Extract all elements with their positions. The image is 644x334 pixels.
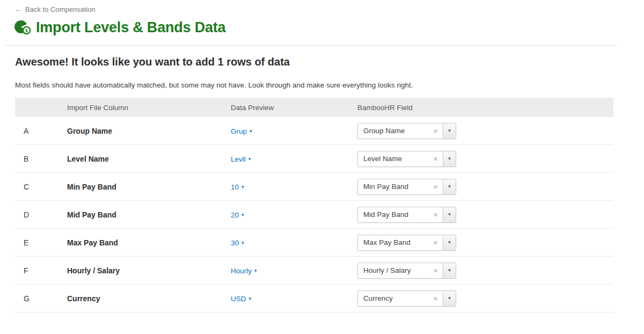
clear-selection-icon[interactable]: × [428, 294, 443, 302]
row-letter: B [15, 155, 67, 163]
clear-selection-icon[interactable]: × [428, 210, 443, 219]
chevron-down-icon: ▾ [250, 129, 252, 134]
table-row: E Max Pay Band 30 ▾ Max Pay Band × ▾ [15, 229, 613, 257]
back-arrow-icon: ← [15, 5, 22, 13]
import-column-label: Hourly / Salary [67, 266, 231, 275]
chevron-down-icon: ▾ [448, 240, 451, 245]
selected-field-value: Currency [358, 294, 428, 302]
selected-field-value: Max Pay Band [358, 238, 428, 246]
table-row: A Group Name Grup ▾ Group Name × ▾ [15, 117, 613, 145]
bamboohr-field-select[interactable]: Hourly / Salary × ▾ [357, 263, 456, 279]
chevron-down-icon: ▾ [248, 157, 251, 162]
data-preview-dropdown[interactable]: USD ▾ [231, 295, 251, 303]
selected-field-value: Level Name [358, 155, 428, 163]
page-title: Import Levels & Bands Data [36, 19, 225, 36]
data-preview-value: Grup [231, 127, 247, 135]
table-row: C Min Pay Band 10 ▾ Min Pay Band × ▾ [15, 173, 613, 201]
back-link-label: Back to Compensation [25, 5, 96, 13]
chevron-down-icon: ▾ [241, 241, 244, 245]
data-preview-dropdown[interactable]: 30 ▾ [231, 239, 244, 247]
bamboohr-field-select[interactable]: Mid Pay Band × ▾ [357, 207, 456, 223]
import-levels-bands-page: ← Back to Compensation $ Import Levels &… [0, 0, 644, 334]
table-row: F Hourly / Salary Hourly ▾ Hourly / Sala… [15, 257, 613, 285]
data-preview-value: Hourly [231, 267, 252, 275]
bamboohr-field-select[interactable]: Level Name × ▾ [357, 151, 456, 167]
clear-selection-icon[interactable]: × [428, 127, 443, 135]
selected-field-value: Group Name [358, 127, 428, 135]
row-letter: C [15, 183, 67, 191]
data-preview-dropdown[interactable]: Levll ▾ [231, 155, 251, 163]
clear-selection-icon[interactable]: × [428, 238, 443, 246]
header-divider [5, 45, 618, 46]
back-to-compensation-link[interactable]: ← Back to Compensation [15, 5, 96, 13]
bamboohr-field-select[interactable]: Group Name × ▾ [357, 123, 456, 139]
chevron-down-icon: ▾ [241, 185, 244, 190]
selected-field-value: Min Pay Band [358, 183, 428, 191]
bamboohr-field-select[interactable]: Currency × ▾ [357, 291, 456, 307]
data-preview-dropdown[interactable]: 10 ▾ [231, 183, 244, 191]
bamboohr-field-select[interactable]: Max Pay Band × ▾ [357, 235, 456, 251]
data-preview-value: 30 [231, 239, 239, 247]
data-preview-dropdown[interactable]: 20 ▾ [231, 211, 244, 219]
dropdown-toggle-button[interactable]: ▾ [443, 263, 456, 278]
data-preview-dropdown[interactable]: Grup ▾ [231, 127, 252, 135]
row-letter: D [15, 210, 67, 219]
data-preview-value: 10 [231, 183, 239, 191]
chevron-down-icon: ▾ [448, 156, 451, 161]
instructions-text: Most fields should have automatically ma… [15, 81, 413, 89]
data-preview-value: USD [231, 295, 246, 303]
svg-text:$: $ [25, 28, 28, 33]
row-letter: E [15, 238, 67, 247]
dropdown-toggle-button[interactable]: ▾ [443, 207, 456, 222]
data-preview-dropdown[interactable]: Hourly ▾ [231, 267, 257, 275]
column-header-bamboohr-field: BambooHR Field [357, 104, 613, 112]
column-header-import-file-column: Import File Column [67, 104, 231, 112]
table-row: G Currency USD ▾ Currency × ▾ [15, 285, 613, 313]
import-column-label: Group Name [67, 127, 231, 135]
chevron-down-icon: ▾ [448, 212, 451, 217]
import-column-label: Min Pay Band [67, 183, 231, 191]
page-header: $ Import Levels & Bands Data [14, 19, 225, 36]
data-preview-value: Levll [231, 155, 246, 163]
selected-field-value: Mid Pay Band [358, 210, 428, 219]
dropdown-toggle-button[interactable]: ▾ [443, 124, 456, 139]
rows-count-heading: Awesome! It looks like you want to add 1… [15, 56, 290, 68]
clear-selection-icon[interactable]: × [428, 155, 443, 163]
chevron-down-icon: ▾ [448, 268, 451, 273]
chevron-down-icon: ▾ [254, 268, 257, 273]
dropdown-toggle-button[interactable]: ▾ [443, 235, 456, 250]
data-preview-value: 20 [231, 211, 239, 219]
table-row: B Level Name Levll ▾ Level Name × ▾ [15, 145, 613, 173]
table-row: D Mid Pay Band 20 ▾ Mid Pay Band × ▾ [15, 201, 613, 229]
column-header-data-preview: Data Preview [231, 104, 357, 112]
chevron-down-icon: ▾ [241, 213, 244, 217]
chevron-down-icon: ▾ [448, 184, 451, 189]
dropdown-toggle-button[interactable]: ▾ [443, 151, 456, 166]
import-column-label: Currency [67, 294, 231, 303]
dropdown-toggle-button[interactable]: ▾ [443, 179, 456, 194]
dropdown-toggle-button[interactable]: ▾ [443, 291, 456, 306]
row-letter: G [15, 294, 67, 303]
table-header-row: Import File Column Data Preview BambooHR… [15, 98, 613, 117]
table-body: A Group Name Grup ▾ Group Name × ▾ B Lev… [15, 117, 613, 313]
clear-selection-icon[interactable]: × [428, 183, 443, 191]
row-letter: A [15, 127, 67, 135]
selected-field-value: Hourly / Salary [358, 266, 428, 274]
bamboohr-field-select[interactable]: Min Pay Band × ▾ [357, 179, 456, 195]
pie-chart-dollar-icon: $ [14, 19, 31, 36]
import-column-label: Mid Pay Band [67, 210, 231, 219]
row-letter: F [15, 266, 67, 275]
chevron-down-icon: ▾ [249, 296, 252, 301]
field-mapping-table: Import File Column Data Preview BambooHR… [15, 98, 613, 313]
import-column-label: Level Name [67, 155, 231, 163]
chevron-down-icon: ▾ [448, 128, 451, 133]
clear-selection-icon[interactable]: × [428, 266, 443, 274]
chevron-down-icon: ▾ [448, 296, 451, 301]
import-column-label: Max Pay Band [67, 238, 231, 247]
